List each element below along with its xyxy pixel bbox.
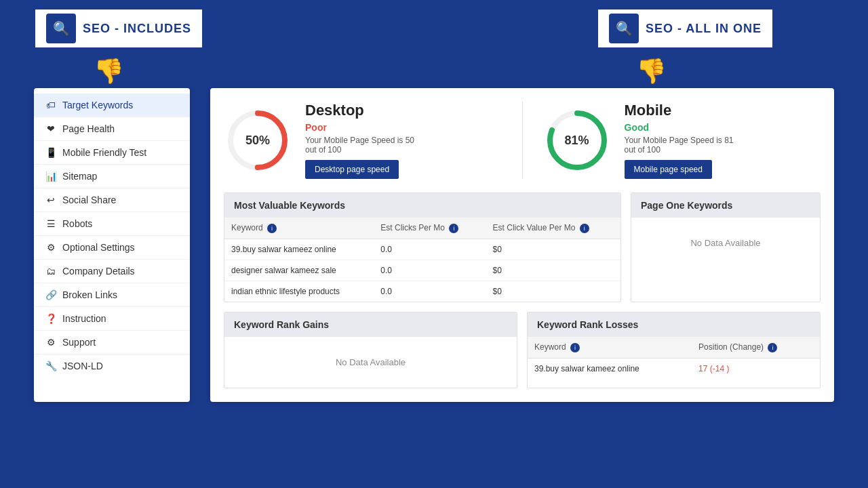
most-valuable-keywords-table: Keyword i Est Clicks Per Mo i Est Click … bbox=[224, 218, 620, 302]
losses-keyword-cell: 39.buy salwar kameez online bbox=[528, 358, 692, 379]
position-change-cell: 17 (-14 ) bbox=[692, 358, 820, 379]
sidebar-label-support: Support bbox=[62, 337, 96, 348]
rank-gains-no-data: No Data Available bbox=[224, 337, 517, 388]
keyword-rank-losses-header: Keyword Rank Losses bbox=[528, 312, 820, 337]
sidebar-label-optional-settings: Optional Settings bbox=[62, 242, 135, 253]
clicks-cell: 0.0 bbox=[374, 281, 486, 302]
mobile-percent: 81% bbox=[564, 134, 589, 148]
sitemap-icon: 📊 bbox=[45, 171, 57, 182]
position-change-col-header: Position (Change) i bbox=[692, 337, 820, 358]
optional-settings-icon: ⚙ bbox=[45, 242, 57, 253]
sidebar-item-mobile-friendly[interactable]: 📱 Mobile Friendly Test bbox=[34, 141, 190, 165]
mobile-title: Mobile bbox=[625, 102, 747, 119]
table-row: 39.buy salwar kameez online 17 (-14 ) bbox=[528, 358, 820, 379]
page-one-no-data: No Data Available bbox=[631, 218, 820, 268]
table-row: 39.buy salwar kameez online 0.0 $0 bbox=[224, 239, 620, 260]
sidebar-label-company-details: Company Details bbox=[62, 266, 135, 277]
sidebar-item-json-ld[interactable]: 🔧 JSON-LD bbox=[34, 354, 190, 378]
keyword-rank-losses-table: Keyword i Position (Change) i 39.buy sal… bbox=[528, 337, 820, 379]
desktop-gauge: 50% bbox=[224, 106, 292, 174]
mobile-friendly-icon: 📱 bbox=[45, 147, 57, 158]
seo-all-in-one-logo: 🔍 SEO - ALL IN ONE bbox=[597, 8, 774, 49]
seo-includes-label: SEO - INCLUDES bbox=[83, 22, 191, 36]
value-info-icon: i bbox=[580, 224, 589, 233]
sidebar-label-instruction: Instruction bbox=[62, 313, 106, 324]
value-cell: $0 bbox=[486, 281, 620, 302]
broken-links-icon: 🔗 bbox=[45, 289, 57, 300]
sidebar-label-mobile-friendly: Mobile Friendly Test bbox=[62, 147, 146, 158]
instruction-icon: ❓ bbox=[45, 313, 57, 324]
sidebar-label-sitemap: Sitemap bbox=[62, 171, 97, 182]
support-icon: ⚙ bbox=[45, 337, 57, 348]
seo-all-in-one-icon: 🔍 bbox=[609, 14, 639, 43]
thumbs-left-icon: 👎 bbox=[34, 57, 183, 85]
top-tables-row: Most Valuable Keywords Keyword i Est Cli… bbox=[224, 192, 821, 302]
page-health-icon: ❤ bbox=[45, 123, 57, 134]
mobile-speed-card: 81% Mobile Good Your Mobile Page Speed i… bbox=[543, 102, 821, 179]
mobile-description: Your Mobile Page Speed is 81 out of 100 bbox=[625, 136, 747, 155]
json-ld-icon: 🔧 bbox=[45, 361, 57, 371]
sidebar-item-sitemap[interactable]: 📊 Sitemap bbox=[34, 165, 190, 188]
seo-includes-logo: 🔍 SEO - INCLUDES bbox=[34, 8, 203, 49]
losses-keyword-info-icon: i bbox=[570, 343, 580, 352]
keyword-rank-gains-header: Keyword Rank Gains bbox=[224, 312, 517, 337]
mobile-gauge: 81% bbox=[543, 106, 611, 174]
sidebar-item-optional-settings[interactable]: ⚙ Optional Settings bbox=[34, 236, 190, 260]
keyword-col-header: Keyword i bbox=[224, 218, 374, 239]
sidebar: 🏷 Target Keywords ❤ Page Health 📱 Mobile… bbox=[34, 88, 190, 402]
value-cell: $0 bbox=[486, 239, 620, 260]
seo-all-in-one-label: SEO - ALL IN ONE bbox=[646, 22, 762, 36]
speed-divider bbox=[522, 102, 523, 179]
seo-includes-icon: 🔍 bbox=[46, 14, 76, 43]
losses-keyword-col-header: Keyword i bbox=[528, 337, 692, 358]
position-info-icon: i bbox=[768, 343, 777, 352]
desktop-percent: 50% bbox=[245, 134, 270, 148]
speed-cards-row: 50% Desktop Poor Your Mobile Page Speed … bbox=[224, 102, 821, 179]
sidebar-item-robots[interactable]: ☰ Robots bbox=[34, 212, 190, 236]
sidebar-item-support[interactable]: ⚙ Support bbox=[34, 331, 190, 354]
desktop-page-speed-button[interactable]: Desktop page speed bbox=[305, 160, 399, 179]
bottom-tables-row: Keyword Rank Gains No Data Available Key… bbox=[224, 312, 821, 388]
company-details-icon: 🗂 bbox=[45, 266, 57, 277]
sidebar-label-robots: Robots bbox=[62, 218, 92, 229]
sidebar-item-social-share[interactable]: ↩ Social Share bbox=[34, 188, 190, 212]
mobile-page-speed-button[interactable]: Mobile page speed bbox=[625, 160, 712, 179]
social-share-icon: ↩ bbox=[45, 195, 57, 205]
value-cell: $0 bbox=[486, 260, 620, 281]
page-one-keywords-header: Page One Keywords bbox=[631, 193, 820, 218]
est-clicks-col-header: Est Clicks Per Mo i bbox=[374, 218, 486, 239]
sidebar-label-social-share: Social Share bbox=[62, 195, 116, 205]
clicks-info-icon: i bbox=[449, 224, 458, 233]
sidebar-label-json-ld: JSON-LD bbox=[62, 361, 103, 371]
sidebar-item-target-keywords[interactable]: 🏷 Target Keywords bbox=[34, 94, 190, 117]
desktop-speed-card: 50% Desktop Poor Your Mobile Page Speed … bbox=[224, 102, 502, 179]
desktop-speed-info: Desktop Poor Your Mobile Page Speed is 5… bbox=[305, 102, 427, 179]
keyword-rank-losses-section: Keyword Rank Losses Keyword i Position (… bbox=[527, 312, 821, 388]
sidebar-label-page-health: Page Health bbox=[62, 123, 115, 134]
clicks-cell: 0.0 bbox=[374, 260, 486, 281]
most-valuable-keywords-section: Most Valuable Keywords Keyword i Est Cli… bbox=[224, 192, 621, 302]
sidebar-item-company-details[interactable]: 🗂 Company Details bbox=[34, 260, 190, 283]
clicks-cell: 0.0 bbox=[374, 239, 486, 260]
position-change-value: 17 (-14 ) bbox=[698, 364, 729, 373]
sidebar-item-broken-links[interactable]: 🔗 Broken Links bbox=[34, 283, 190, 307]
table-row: designer salwar kameez sale 0.0 $0 bbox=[224, 260, 620, 281]
keyword-cell: designer salwar kameez sale bbox=[224, 260, 374, 281]
sidebar-item-page-health[interactable]: ❤ Page Health bbox=[34, 117, 190, 141]
target-keywords-icon: 🏷 bbox=[45, 100, 57, 110]
thumbs-right-icon: 👎 bbox=[576, 57, 726, 85]
page-one-keywords-section: Page One Keywords No Data Available bbox=[631, 192, 821, 302]
desktop-status: Poor bbox=[305, 122, 427, 133]
sidebar-item-instruction[interactable]: ❓ Instruction bbox=[34, 307, 190, 331]
most-valuable-keywords-header: Most Valuable Keywords bbox=[224, 193, 620, 218]
sidebar-label-target-keywords: Target Keywords bbox=[62, 100, 133, 110]
mobile-speed-info: Mobile Good Your Mobile Page Speed is 81… bbox=[625, 102, 747, 179]
content-area: 50% Desktop Poor Your Mobile Page Speed … bbox=[210, 88, 834, 402]
keyword-info-icon: i bbox=[267, 224, 277, 233]
keyword-cell: indian ethnic lifestyle products bbox=[224, 281, 374, 302]
desktop-title: Desktop bbox=[305, 102, 427, 119]
keyword-cell: 39.buy salwar kameez online bbox=[224, 239, 374, 260]
keyword-rank-gains-section: Keyword Rank Gains No Data Available bbox=[224, 312, 517, 388]
desktop-description: Your Mobile Page Speed is 50 out of 100 bbox=[305, 136, 427, 155]
robots-icon: ☰ bbox=[45, 218, 57, 229]
